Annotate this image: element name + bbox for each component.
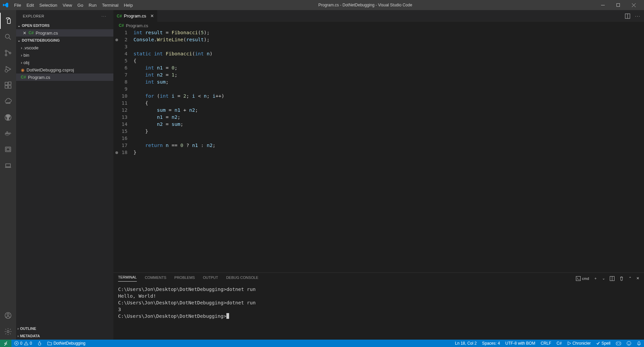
remote-indicator[interactable] bbox=[0, 340, 11, 347]
csproj-file-icon: ◉ bbox=[21, 67, 24, 72]
bookmarks-icon[interactable] bbox=[0, 142, 16, 158]
file-program-cs[interactable]: C#Program.cs bbox=[16, 73, 113, 81]
file-csproj[interactable]: ◉DotNetDebugging.csproj bbox=[16, 66, 113, 73]
folder-obj[interactable]: › obj bbox=[16, 59, 113, 66]
search-view-icon[interactable] bbox=[0, 29, 16, 45]
status-eol[interactable]: CRLF bbox=[538, 340, 554, 347]
activitybar bbox=[0, 10, 16, 340]
csharp-file-icon: C# bbox=[29, 31, 34, 35]
panel-tab-terminal[interactable]: TERMINAL bbox=[118, 275, 137, 282]
kill-terminal-icon[interactable] bbox=[619, 276, 624, 281]
maximize-panel-icon[interactable]: ⌃ bbox=[629, 276, 632, 281]
folder-vscode[interactable]: › .vscode bbox=[16, 44, 113, 51]
csharp-file-icon: C# bbox=[117, 14, 122, 18]
status-feedback[interactable] bbox=[624, 340, 634, 347]
chevron-right-icon: › bbox=[21, 53, 22, 58]
check-icon bbox=[596, 341, 600, 345]
menu-go[interactable]: Go bbox=[75, 1, 86, 9]
explorer-sidebar: EXPLORER ··· ⌄ OPEN EDITORS ✕ C# Program… bbox=[16, 10, 113, 340]
editor-tabs: C# Program.cs ✕ ··· bbox=[113, 10, 644, 22]
metadata-section[interactable]: ›METADATA bbox=[16, 332, 113, 340]
close-tab-icon[interactable]: ✕ bbox=[150, 13, 154, 18]
terminal-shell-label[interactable]: cmd bbox=[576, 276, 589, 281]
split-editor-icon[interactable] bbox=[625, 13, 630, 19]
status-spell[interactable]: Spell bbox=[593, 340, 613, 347]
folder-icon bbox=[47, 341, 52, 346]
menu-run[interactable]: Run bbox=[86, 1, 99, 9]
close-panel-icon[interactable]: ✕ bbox=[636, 276, 639, 281]
svg-rect-17 bbox=[6, 148, 10, 151]
explorer-view-icon[interactable] bbox=[0, 13, 16, 29]
source-control-view-icon[interactable] bbox=[0, 45, 16, 61]
svg-rect-7 bbox=[5, 82, 8, 85]
terminal-output[interactable]: C:\Users\Jon\Desktop\DotNetDebugging>dot… bbox=[113, 284, 644, 340]
minimize-button[interactable] bbox=[595, 0, 610, 10]
open-editor-item[interactable]: ✕ C# Program.cs bbox=[16, 29, 113, 37]
status-encoding[interactable]: UTF-8 with BOM bbox=[503, 340, 538, 347]
menu-help[interactable]: Help bbox=[121, 1, 136, 9]
svg-rect-24 bbox=[576, 276, 581, 281]
status-notifications[interactable] bbox=[634, 340, 644, 347]
editor-tab-program[interactable]: C# Program.cs ✕ bbox=[113, 10, 157, 22]
status-cursor-position[interactable]: Ln 18, Col 2 bbox=[452, 340, 480, 347]
status-chronicler[interactable]: Chronicler bbox=[565, 340, 594, 347]
new-terminal-icon[interactable]: ＋ bbox=[594, 276, 597, 281]
code-editor[interactable]: 123456789101112131415161718 int result =… bbox=[113, 29, 644, 272]
statusbar: 0 0 DotNetDebugging Ln 18, Col 2 Spaces:… bbox=[0, 340, 644, 347]
split-terminal-icon[interactable] bbox=[610, 276, 614, 281]
svg-point-2 bbox=[5, 34, 9, 38]
workspace-section[interactable]: ⌄ DOTNETDEBUGGING bbox=[16, 37, 113, 44]
status-folder[interactable]: DotNetDebugging bbox=[45, 340, 88, 347]
bottom-panel: TERMINAL COMMENTS PROBLEMS OUTPUT DEBUG … bbox=[113, 272, 644, 340]
editor-area: C# Program.cs ✕ ··· C# Program.cs 123456… bbox=[113, 10, 644, 340]
folder-bin[interactable]: › bin bbox=[16, 51, 113, 59]
menu-file[interactable]: File bbox=[11, 1, 24, 9]
close-editor-icon[interactable]: ✕ bbox=[23, 31, 26, 36]
status-problems[interactable]: 0 0 bbox=[11, 340, 35, 347]
cloud-icon[interactable] bbox=[0, 93, 16, 109]
chevron-down-icon: ⌄ bbox=[17, 38, 20, 43]
window-title: Program.cs - DotNetDebugging - Visual St… bbox=[136, 3, 595, 7]
maximize-button[interactable] bbox=[610, 0, 626, 10]
svg-point-6 bbox=[5, 69, 8, 72]
settings-gear-icon[interactable] bbox=[0, 324, 16, 340]
csharp-file-icon: C# bbox=[21, 75, 26, 80]
svg-point-3 bbox=[5, 50, 7, 52]
breadcrumb[interactable]: C# Program.cs bbox=[113, 22, 644, 29]
panel-tab-output[interactable]: OUTPUT bbox=[203, 276, 218, 282]
warning-icon bbox=[24, 341, 29, 346]
more-actions-icon[interactable]: ··· bbox=[635, 13, 641, 19]
smiley-icon bbox=[627, 341, 631, 346]
menu-edit[interactable]: Edit bbox=[24, 1, 37, 9]
github-icon[interactable] bbox=[0, 109, 16, 126]
status-copilot[interactable] bbox=[613, 340, 624, 347]
status-flame[interactable] bbox=[35, 340, 45, 347]
run-debug-view-icon[interactable] bbox=[0, 61, 16, 77]
menu-selection[interactable]: Selection bbox=[37, 1, 60, 9]
laptop-icon[interactable] bbox=[0, 158, 16, 174]
svg-rect-28 bbox=[616, 342, 621, 345]
panel-tab-problems[interactable]: PROBLEMS bbox=[174, 276, 195, 282]
svg-rect-8 bbox=[5, 86, 8, 88]
status-language[interactable]: C# bbox=[554, 340, 564, 347]
terminal-dropdown-icon[interactable]: ⌄ bbox=[602, 276, 605, 281]
open-editors-section[interactable]: ⌄ OPEN EDITORS bbox=[16, 22, 113, 29]
panel-tab-debug-console[interactable]: DEBUG CONSOLE bbox=[226, 276, 258, 282]
play-icon bbox=[567, 341, 571, 345]
svg-point-31 bbox=[627, 341, 631, 345]
close-button[interactable] bbox=[626, 0, 641, 10]
error-icon bbox=[14, 341, 19, 346]
menu-terminal[interactable]: Terminal bbox=[99, 1, 121, 9]
copilot-icon bbox=[616, 341, 621, 346]
docker-icon[interactable] bbox=[0, 126, 16, 142]
chevron-right-icon: › bbox=[21, 60, 22, 65]
extensions-view-icon[interactable] bbox=[0, 77, 16, 93]
accounts-icon[interactable] bbox=[0, 307, 16, 324]
outline-section[interactable]: ›OUTLINE bbox=[16, 325, 113, 332]
menu-view[interactable]: View bbox=[60, 1, 75, 9]
more-actions-icon[interactable]: ··· bbox=[102, 14, 107, 18]
window-controls bbox=[595, 0, 641, 10]
status-indentation[interactable]: Spaces: 4 bbox=[479, 340, 502, 347]
svg-point-20 bbox=[7, 313, 9, 315]
panel-tab-comments[interactable]: COMMENTS bbox=[145, 276, 166, 282]
